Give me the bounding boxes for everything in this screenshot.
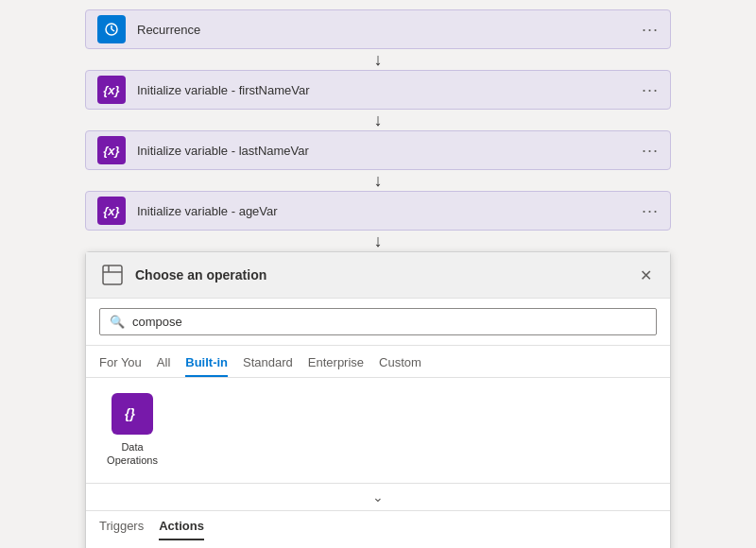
tab-custom[interactable]: Custom xyxy=(379,351,421,377)
data-operations-label: DataOperations xyxy=(107,440,158,468)
data-operations-item[interactable]: {} DataOperations xyxy=(99,393,165,468)
recurrence-label: Recurrence xyxy=(137,23,642,37)
panel-header-icon xyxy=(99,262,126,288)
search-input[interactable] xyxy=(132,315,646,329)
init-age-label: Initialize variable - ageVar xyxy=(137,204,642,218)
panel-close-button[interactable]: ✕ xyxy=(634,264,657,286)
var-icon-3: {x} xyxy=(97,197,126,225)
var-icon-1: {x} xyxy=(97,76,126,104)
svg-line-2 xyxy=(112,29,114,31)
recurrence-icon xyxy=(97,15,126,43)
data-operations-icon: {} xyxy=(112,393,153,435)
search-input-wrapper: 🔍 xyxy=(99,308,657,335)
init-age-dots[interactable]: ··· xyxy=(642,201,659,221)
compose-item-row: {} Compose Data Operations ℹ xyxy=(86,540,670,548)
arrow-4: ↓ xyxy=(374,231,383,251)
init-firstname-dots[interactable]: ··· xyxy=(642,80,659,100)
init-lastname-label: Initialize variable - lastNameVar xyxy=(137,144,642,158)
choose-operation-panel: Choose an operation ✕ 🔍 For You All Buil… xyxy=(85,251,671,548)
arrow-3: ↓ xyxy=(374,170,383,191)
tabs-row: For You All Built-in Standard Enterprise… xyxy=(86,346,670,378)
panel-title: Choose an operation xyxy=(135,267,634,283)
sub-tab-triggers[interactable]: Triggers xyxy=(99,515,144,540)
tab-enterprise[interactable]: Enterprise xyxy=(308,351,364,377)
recurrence-dots[interactable]: ··· xyxy=(642,20,659,40)
init-lastname-dots[interactable]: ··· xyxy=(642,141,659,161)
arrow-2: ↓ xyxy=(374,110,383,130)
sub-tabs-row: Triggers Actions xyxy=(86,511,670,540)
arrow-1: ↓ xyxy=(374,49,383,70)
tab-all[interactable]: All xyxy=(157,351,170,377)
chevron-down-icon: ⌄ xyxy=(372,489,384,505)
step-recurrence: Recurrence ··· xyxy=(85,9,671,49)
icons-section: {} DataOperations xyxy=(86,378,670,484)
search-icon: 🔍 xyxy=(110,315,125,329)
svg-text:{}: {} xyxy=(125,406,135,421)
init-firstname-label: Initialize variable - firstNameVar xyxy=(137,83,642,97)
tab-for-you[interactable]: For You xyxy=(99,351,142,377)
sub-tab-actions[interactable]: Actions xyxy=(159,515,204,540)
var-icon-2: {x} xyxy=(97,136,126,164)
svg-rect-3 xyxy=(103,265,122,284)
step-init-age: {x} Initialize variable - ageVar ··· xyxy=(85,191,671,231)
step-init-lastname: {x} Initialize variable - lastNameVar ··… xyxy=(85,130,671,170)
expand-chevron[interactable]: ⌄ xyxy=(86,484,670,511)
panel-header: Choose an operation ✕ xyxy=(86,252,670,299)
search-bar: 🔍 xyxy=(86,299,670,346)
tab-standard[interactable]: Standard xyxy=(243,351,293,377)
tab-built-in[interactable]: Built-in xyxy=(185,351,228,377)
step-init-firstname: {x} Initialize variable - firstNameVar ·… xyxy=(85,70,671,110)
